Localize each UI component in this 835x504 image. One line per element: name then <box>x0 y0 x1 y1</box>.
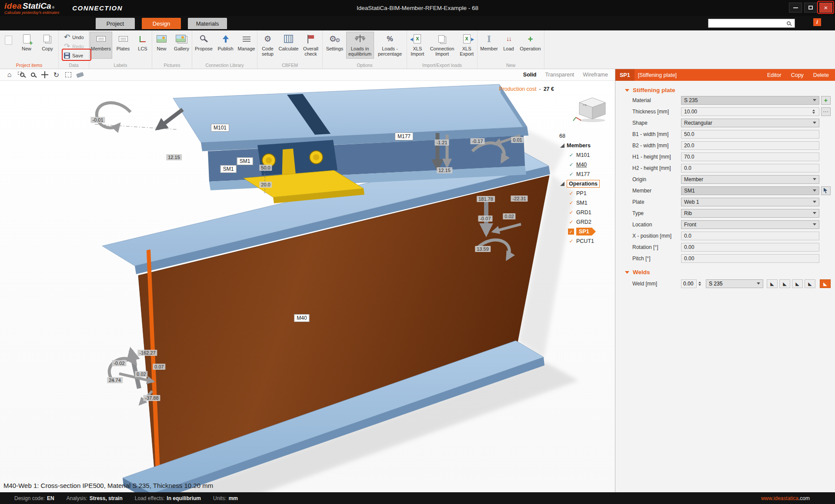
x-position-input[interactable]: 0.0 <box>681 232 819 240</box>
maximize-button[interactable] <box>804 3 817 13</box>
minimize-button[interactable] <box>789 3 802 13</box>
material-dropdown[interactable]: S 235 <box>681 96 819 105</box>
origin-dropdown[interactable]: Member <box>681 175 819 184</box>
xls-import-button[interactable]: XXLS Import <box>407 32 428 59</box>
weld-type-button-1[interactable]: ◣ <box>767 279 778 288</box>
manage-button[interactable]: Manage <box>237 32 257 59</box>
status-load-effects[interactable]: Load effects:In equilibrium <box>135 495 201 501</box>
save-button[interactable]: Save <box>64 51 89 60</box>
expander-icon[interactable] <box>560 182 564 186</box>
new-picture-button[interactable]: New <box>153 32 171 59</box>
tree-item-sp1-selected[interactable]: ✓SP1 <box>557 227 615 236</box>
copy-item-button[interactable]: Copy <box>37 32 57 59</box>
rotate-view-button[interactable]: ↻ <box>50 70 62 80</box>
tree-item-m177[interactable]: ✓M177 <box>557 169 615 179</box>
gallery-button[interactable]: Gallery <box>172 32 192 59</box>
view-mode-wireframe[interactable]: Wireframe <box>583 72 608 78</box>
members-labels-button[interactable]: Members <box>90 32 112 59</box>
thickness-more-button[interactable]: ... <box>821 107 831 116</box>
pick-member-button[interactable] <box>821 186 831 195</box>
delete-operation-button[interactable]: Delete <box>813 72 829 78</box>
shape-dropdown[interactable]: Rectangular <box>681 119 819 127</box>
pan-button[interactable] <box>39 70 50 80</box>
h2-height-input[interactable]: 0.0 <box>681 164 819 172</box>
tree-item-grd1[interactable]: ✓GRD1 <box>557 208 615 217</box>
new-load-button[interactable]: ↓↓Load <box>500 32 518 59</box>
weld-size-input[interactable]: 0.00 <box>681 279 697 288</box>
loads-in-equilibrium-button[interactable]: Loads in equilibrium <box>346 32 374 59</box>
code-setup-button[interactable]: ⚙Code setup <box>258 32 278 59</box>
close-button[interactable]: × <box>819 3 832 13</box>
weld-type-button-3[interactable]: ◣ <box>792 279 803 288</box>
3d-viewport[interactable]: -0.01 12.15 -1.21 -0.17 0.01 12.15 181.7… <box>0 81 615 492</box>
new-item-button[interactable]: New <box>17 32 37 59</box>
tree-item-sm1[interactable]: ✓SM1 <box>557 198 615 208</box>
member-dropdown[interactable]: SM1 <box>681 186 819 195</box>
search-icon[interactable] <box>787 21 791 25</box>
undo-button[interactable]: ↶Undo <box>64 33 89 41</box>
pitch-input[interactable]: 0.00 <box>681 254 819 263</box>
tree-item-grd2[interactable]: ✓GRD2 <box>557 217 615 227</box>
view-mode-solid[interactable]: Solid <box>523 72 537 78</box>
home-view-button[interactable]: ⌂ <box>3 70 15 80</box>
tree-item-pp1[interactable]: ✓PP1 <box>557 189 615 198</box>
add-material-button[interactable]: + <box>821 96 831 105</box>
tab-design[interactable]: Design <box>142 18 181 29</box>
tree-node-operations[interactable]: Operations <box>557 179 615 189</box>
weld-type-button-2[interactable]: ◣ <box>779 279 790 288</box>
tab-project[interactable]: Project <box>96 18 135 29</box>
weld-material-dropdown[interactable]: S 235 <box>706 279 763 288</box>
settings-button[interactable]: ⚙⚙Settings <box>324 32 345 59</box>
new-operation-button[interactable]: +Operation <box>518 32 543 59</box>
zoom-extents-button[interactable] <box>62 70 74 80</box>
weld-type-button-4[interactable]: ◣ <box>805 279 815 288</box>
spinner[interactable] <box>811 108 816 116</box>
info-button[interactable]: i <box>813 18 821 26</box>
member-label-m40[interactable]: M40 <box>294 314 309 322</box>
copy-operation-button[interactable]: Copy <box>791 72 804 78</box>
expander-icon[interactable] <box>560 143 564 148</box>
tree-node-members[interactable]: Members <box>557 141 615 150</box>
status-analysis[interactable]: Analysis:Stress, strain <box>67 495 123 501</box>
search-box[interactable] <box>708 19 795 28</box>
tree-item-m40[interactable]: ✓M40 <box>557 160 615 169</box>
calculate-button[interactable]: Calculate <box>279 32 299 59</box>
zoom-button[interactable] <box>27 70 39 80</box>
clipping-button[interactable] <box>74 70 86 80</box>
rotation-input[interactable]: 0.00 <box>681 243 819 252</box>
type-dropdown[interactable]: Rib <box>681 209 819 218</box>
tree-root[interactable]: 68 <box>557 131 615 141</box>
view-cube[interactable]: +x <box>572 96 609 124</box>
view-mode-transparent[interactable]: Transparent <box>545 72 574 78</box>
location-dropdown[interactable]: Front <box>681 220 819 229</box>
search-input[interactable] <box>708 20 787 27</box>
section-welds[interactable]: Welds <box>625 269 835 275</box>
plates-labels-button[interactable]: Plates <box>113 32 133 59</box>
lcs-button[interactable]: LCS <box>134 32 151 59</box>
member-label-m177[interactable]: M177 <box>395 133 413 140</box>
section-stiffening-plate[interactable]: Stiffening plate <box>625 87 835 93</box>
h1-height-input[interactable]: 70.0 <box>681 153 819 161</box>
tree-item-m101[interactable]: ✓M101 <box>557 150 615 160</box>
publish-button[interactable]: Publish <box>216 32 236 59</box>
member-label-m101[interactable]: M101 <box>211 124 229 132</box>
tree-item-pcut1[interactable]: ✓PCUT1 <box>557 236 615 246</box>
editor-button[interactable]: Editor <box>767 72 782 78</box>
propose-button[interactable]: Propose <box>193 32 215 59</box>
checkbox-checked-icon[interactable]: ✓ <box>568 229 574 235</box>
loads-percentage-button[interactable]: %Loads - percentage <box>375 32 405 59</box>
status-units[interactable]: Units:mm <box>213 495 238 501</box>
zoom-window-button[interactable] <box>15 70 27 80</box>
plate-dropdown[interactable]: Web 1 <box>681 198 819 206</box>
status-design-code[interactable]: Design code:EN <box>14 495 54 501</box>
tab-materials[interactable]: Materials <box>188 18 227 29</box>
member-label-sm1-2[interactable]: SM1 <box>220 165 237 173</box>
weld-spinner[interactable] <box>697 280 702 288</box>
b1-width-input[interactable]: 50.0 <box>681 130 819 139</box>
connection-import-button[interactable]: Connection Import <box>429 32 456 59</box>
weld-type-button-selected[interactable]: ◣ <box>820 279 831 288</box>
b2-width-input[interactable]: 20.0 <box>681 141 819 150</box>
website-link[interactable]: www.ideastatica.com <box>761 495 810 501</box>
member-label-sm1[interactable]: SM1 <box>237 157 253 165</box>
thickness-input[interactable]: 10.00 <box>681 107 819 116</box>
